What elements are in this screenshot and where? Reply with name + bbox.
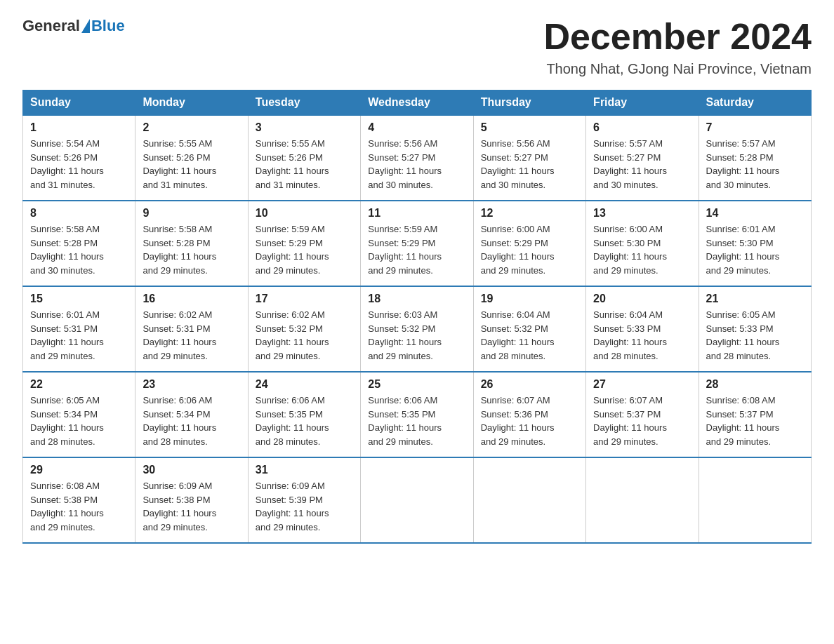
calendar-cell bbox=[473, 457, 585, 543]
calendar-cell: 8Sunrise: 5:58 AMSunset: 5:28 PMDaylight… bbox=[23, 201, 135, 286]
calendar-cell bbox=[699, 457, 811, 543]
day-number: 25 bbox=[368, 378, 465, 391]
day-number: 7 bbox=[706, 121, 804, 134]
day-number: 5 bbox=[481, 121, 578, 134]
calendar-header-row: SundayMondayTuesdayWednesdayThursdayFrid… bbox=[23, 90, 812, 116]
day-info: Sunrise: 6:00 AMSunset: 5:29 PMDaylight:… bbox=[481, 222, 578, 277]
calendar-cell: 1Sunrise: 5:54 AMSunset: 5:26 PMDaylight… bbox=[23, 115, 135, 201]
day-info: Sunrise: 6:02 AMSunset: 5:31 PMDaylight:… bbox=[143, 308, 240, 363]
day-info: Sunrise: 5:56 AMSunset: 5:27 PMDaylight:… bbox=[481, 137, 578, 192]
calendar-title: December 2024 bbox=[543, 17, 812, 57]
day-info: Sunrise: 6:09 AMSunset: 5:38 PMDaylight:… bbox=[143, 479, 240, 534]
day-info: Sunrise: 6:05 AMSunset: 5:33 PMDaylight:… bbox=[706, 308, 804, 363]
calendar-cell: 31Sunrise: 6:09 AMSunset: 5:39 PMDayligh… bbox=[248, 457, 360, 543]
calendar-cell: 21Sunrise: 6:05 AMSunset: 5:33 PMDayligh… bbox=[699, 286, 811, 372]
day-info: Sunrise: 5:58 AMSunset: 5:28 PMDaylight:… bbox=[143, 222, 240, 277]
calendar-cell: 15Sunrise: 6:01 AMSunset: 5:31 PMDayligh… bbox=[23, 286, 135, 372]
col-header-wednesday: Wednesday bbox=[361, 90, 473, 116]
calendar-cell: 18Sunrise: 6:03 AMSunset: 5:32 PMDayligh… bbox=[361, 286, 473, 372]
calendar-cell: 13Sunrise: 6:00 AMSunset: 5:30 PMDayligh… bbox=[586, 201, 699, 286]
day-number: 24 bbox=[256, 378, 353, 391]
calendar-cell: 3Sunrise: 5:55 AMSunset: 5:26 PMDaylight… bbox=[248, 115, 360, 201]
calendar-cell: 11Sunrise: 5:59 AMSunset: 5:29 PMDayligh… bbox=[361, 201, 473, 286]
day-info: Sunrise: 6:07 AMSunset: 5:36 PMDaylight:… bbox=[481, 394, 578, 448]
calendar-cell: 6Sunrise: 5:57 AMSunset: 5:27 PMDaylight… bbox=[586, 115, 699, 201]
day-info: Sunrise: 5:57 AMSunset: 5:27 PMDaylight:… bbox=[593, 137, 691, 192]
calendar-cell: 28Sunrise: 6:08 AMSunset: 5:37 PMDayligh… bbox=[699, 372, 811, 457]
week-row-1: 1Sunrise: 5:54 AMSunset: 5:26 PMDaylight… bbox=[23, 115, 812, 201]
day-number: 30 bbox=[143, 464, 240, 476]
logo-general-text: General bbox=[22, 17, 80, 35]
day-info: Sunrise: 5:58 AMSunset: 5:28 PMDaylight:… bbox=[30, 222, 128, 277]
day-number: 10 bbox=[256, 207, 353, 220]
day-info: Sunrise: 6:06 AMSunset: 5:34 PMDaylight:… bbox=[143, 394, 240, 448]
day-info: Sunrise: 5:55 AMSunset: 5:26 PMDaylight:… bbox=[143, 137, 240, 192]
calendar-cell: 22Sunrise: 6:05 AMSunset: 5:34 PMDayligh… bbox=[23, 372, 135, 457]
calendar-cell: 27Sunrise: 6:07 AMSunset: 5:37 PMDayligh… bbox=[586, 372, 699, 457]
day-info: Sunrise: 6:06 AMSunset: 5:35 PMDaylight:… bbox=[256, 394, 353, 448]
day-info: Sunrise: 5:54 AMSunset: 5:26 PMDaylight:… bbox=[30, 137, 128, 192]
calendar-cell: 26Sunrise: 6:07 AMSunset: 5:36 PMDayligh… bbox=[473, 372, 585, 457]
calendar-cell: 5Sunrise: 5:56 AMSunset: 5:27 PMDaylight… bbox=[473, 115, 585, 201]
week-row-3: 15Sunrise: 6:01 AMSunset: 5:31 PMDayligh… bbox=[23, 286, 812, 372]
col-header-sunday: Sunday bbox=[23, 90, 135, 116]
day-number: 6 bbox=[593, 121, 691, 134]
calendar-cell bbox=[361, 457, 473, 543]
day-info: Sunrise: 6:02 AMSunset: 5:32 PMDaylight:… bbox=[256, 308, 353, 363]
week-row-5: 29Sunrise: 6:08 AMSunset: 5:38 PMDayligh… bbox=[23, 457, 812, 543]
calendar-cell: 30Sunrise: 6:09 AMSunset: 5:38 PMDayligh… bbox=[135, 457, 248, 543]
calendar-cell: 17Sunrise: 6:02 AMSunset: 5:32 PMDayligh… bbox=[248, 286, 360, 372]
day-info: Sunrise: 5:59 AMSunset: 5:29 PMDaylight:… bbox=[256, 222, 353, 277]
day-info: Sunrise: 6:04 AMSunset: 5:32 PMDaylight:… bbox=[481, 308, 578, 363]
day-number: 11 bbox=[368, 207, 465, 220]
calendar-cell: 7Sunrise: 5:57 AMSunset: 5:28 PMDaylight… bbox=[699, 115, 811, 201]
calendar-subtitle: Thong Nhat, GJong Nai Province, Vietnam bbox=[543, 61, 812, 77]
day-number: 3 bbox=[256, 121, 353, 134]
day-number: 20 bbox=[593, 293, 691, 305]
day-info: Sunrise: 6:09 AMSunset: 5:39 PMDaylight:… bbox=[256, 479, 353, 534]
col-header-friday: Friday bbox=[586, 90, 699, 116]
logo-blue-text: Blue bbox=[91, 17, 125, 35]
day-number: 18 bbox=[368, 293, 465, 305]
day-number: 21 bbox=[706, 293, 804, 305]
day-number: 27 bbox=[593, 378, 691, 391]
day-number: 9 bbox=[143, 207, 240, 220]
page-header: General Blue December 2024 Thong Nhat, G… bbox=[22, 17, 812, 77]
day-number: 4 bbox=[368, 121, 465, 134]
day-info: Sunrise: 6:04 AMSunset: 5:33 PMDaylight:… bbox=[593, 308, 691, 363]
day-info: Sunrise: 5:56 AMSunset: 5:27 PMDaylight:… bbox=[368, 137, 465, 192]
day-number: 28 bbox=[706, 378, 804, 391]
day-number: 16 bbox=[143, 293, 240, 305]
day-info: Sunrise: 6:05 AMSunset: 5:34 PMDaylight:… bbox=[30, 394, 128, 448]
day-info: Sunrise: 5:55 AMSunset: 5:26 PMDaylight:… bbox=[256, 137, 353, 192]
day-number: 23 bbox=[143, 378, 240, 391]
calendar-cell: 12Sunrise: 6:00 AMSunset: 5:29 PMDayligh… bbox=[473, 201, 585, 286]
day-number: 29 bbox=[30, 464, 128, 476]
calendar-cell: 29Sunrise: 6:08 AMSunset: 5:38 PMDayligh… bbox=[23, 457, 135, 543]
day-info: Sunrise: 5:57 AMSunset: 5:28 PMDaylight:… bbox=[706, 137, 804, 192]
day-info: Sunrise: 6:08 AMSunset: 5:38 PMDaylight:… bbox=[30, 479, 128, 534]
calendar-cell: 24Sunrise: 6:06 AMSunset: 5:35 PMDayligh… bbox=[248, 372, 360, 457]
col-header-tuesday: Tuesday bbox=[248, 90, 360, 116]
day-number: 15 bbox=[30, 293, 128, 305]
calendar-cell: 25Sunrise: 6:06 AMSunset: 5:35 PMDayligh… bbox=[361, 372, 473, 457]
calendar-table: SundayMondayTuesdayWednesdayThursdayFrid… bbox=[22, 90, 812, 544]
calendar-cell: 16Sunrise: 6:02 AMSunset: 5:31 PMDayligh… bbox=[135, 286, 248, 372]
day-info: Sunrise: 6:07 AMSunset: 5:37 PMDaylight:… bbox=[593, 394, 691, 448]
day-info: Sunrise: 6:00 AMSunset: 5:30 PMDaylight:… bbox=[593, 222, 691, 277]
calendar-cell: 10Sunrise: 5:59 AMSunset: 5:29 PMDayligh… bbox=[248, 201, 360, 286]
day-info: Sunrise: 6:03 AMSunset: 5:32 PMDaylight:… bbox=[368, 308, 465, 363]
day-number: 22 bbox=[30, 378, 128, 391]
calendar-cell: 19Sunrise: 6:04 AMSunset: 5:32 PMDayligh… bbox=[473, 286, 585, 372]
calendar-cell: 2Sunrise: 5:55 AMSunset: 5:26 PMDaylight… bbox=[135, 115, 248, 201]
week-row-2: 8Sunrise: 5:58 AMSunset: 5:28 PMDaylight… bbox=[23, 201, 812, 286]
logo-triangle-icon bbox=[81, 19, 90, 33]
day-number: 1 bbox=[30, 121, 128, 134]
day-number: 2 bbox=[143, 121, 240, 134]
week-row-4: 22Sunrise: 6:05 AMSunset: 5:34 PMDayligh… bbox=[23, 372, 812, 457]
day-info: Sunrise: 6:01 AMSunset: 5:30 PMDaylight:… bbox=[706, 222, 804, 277]
logo: General Blue bbox=[22, 17, 125, 35]
calendar-cell: 4Sunrise: 5:56 AMSunset: 5:27 PMDaylight… bbox=[361, 115, 473, 201]
calendar-cell: 23Sunrise: 6:06 AMSunset: 5:34 PMDayligh… bbox=[135, 372, 248, 457]
day-number: 26 bbox=[481, 378, 578, 391]
